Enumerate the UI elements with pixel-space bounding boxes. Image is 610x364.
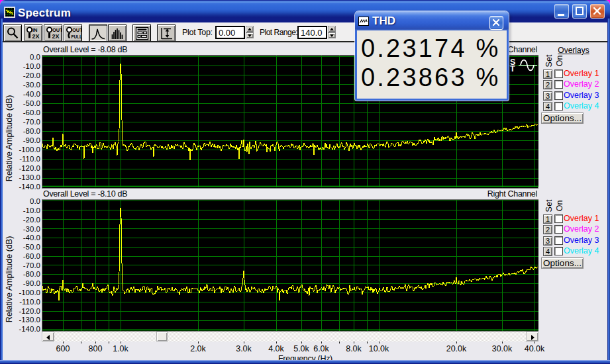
svg-text:2X: 2X — [52, 33, 60, 40]
svg-text:T: T — [510, 64, 515, 73]
svg-text:2X: 2X — [32, 33, 40, 40]
svg-text:OUT: OUT — [72, 27, 82, 33]
svg-text:IN: IN — [32, 27, 38, 33]
svg-text:FULL: FULL — [72, 34, 82, 39]
svg-text:OUT: OUT — [52, 27, 62, 33]
